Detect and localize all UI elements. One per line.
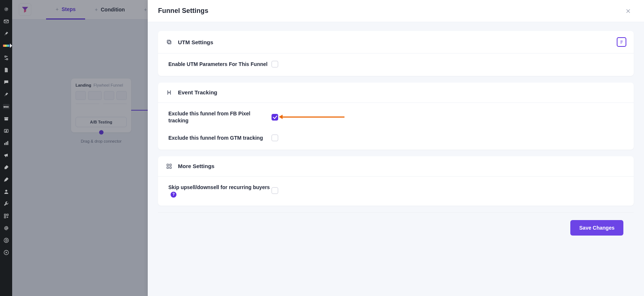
grid-add-icon[interactable] [3, 213, 10, 219]
svg-rect-7 [7, 141, 8, 145]
skip-upsell-checkbox[interactable] [272, 187, 278, 194]
help-icon[interactable]: ? [171, 192, 176, 198]
section-more-settings: More Settings Skip upsell/downsell for r… [158, 156, 634, 206]
woo-icon[interactable]: woo [3, 103, 10, 110]
exclude-fb-checkbox[interactable] [272, 114, 278, 121]
row-exclude-fb-pixel: Exclude this funnel from FB Pixel tracki… [158, 105, 634, 129]
row-skip-upsell: Skip upsell/downsell for recurring buyer… [158, 179, 634, 203]
play-icon[interactable] [3, 249, 10, 256]
comments-icon[interactable] [3, 79, 10, 86]
mail-icon[interactable] [3, 18, 10, 25]
archive-icon[interactable] [3, 115, 10, 122]
funnels-icon[interactable] [3, 42, 10, 49]
svg-rect-5 [4, 143, 5, 145]
close-button[interactable] [623, 6, 634, 17]
funnel-settings-panel: Funnel Settings UTM Settings Enable UTM … [148, 0, 644, 296]
at-icon[interactable] [3, 225, 10, 231]
user-icon[interactable] [3, 188, 10, 195]
pin2-icon[interactable] [3, 91, 10, 98]
section-title: UTM Settings [178, 39, 213, 45]
separator [158, 212, 634, 213]
svg-rect-3 [4, 118, 8, 120]
svg-rect-19 [167, 167, 169, 168]
svg-point-13 [4, 238, 8, 243]
copy-icon [165, 38, 173, 46]
analytics-icon[interactable] [3, 140, 10, 146]
pin-icon[interactable] [3, 30, 10, 37]
payment-icon[interactable] [3, 128, 10, 134]
pages-icon[interactable] [3, 67, 10, 73]
section-event-tracking: Event Tracking Exclude this funnel from … [158, 83, 634, 150]
save-button[interactable]: Save Changes [570, 220, 623, 236]
exclude-gtm-label: Exclude this funnel from GTM tracking [168, 135, 272, 142]
references-icon[interactable] [3, 55, 10, 61]
section-title: More Settings [178, 163, 214, 169]
dashboard-icon[interactable] [3, 6, 10, 13]
section-title: Event Tracking [178, 89, 217, 95]
compare-icon [165, 89, 173, 96]
svg-rect-9 [4, 214, 6, 216]
exclude-fb-label: Exclude this funnel from FB Pixel tracki… [168, 110, 272, 124]
admin-sidebar: woo [0, 0, 12, 296]
d-icon[interactable] [3, 237, 10, 244]
skip-upsell-label: Skip upsell/downsell for recurring buyer… [168, 184, 272, 198]
list-icon [619, 39, 624, 45]
pen-icon[interactable] [3, 176, 10, 183]
panel-title: Funnel Settings [158, 7, 209, 15]
grid-icon [165, 163, 173, 170]
svg-rect-18 [170, 164, 172, 166]
svg-rect-11 [4, 216, 6, 218]
svg-rect-2 [4, 117, 8, 118]
exclude-gtm-checkbox[interactable] [272, 135, 278, 141]
svg-rect-6 [6, 142, 7, 145]
utm-details-button[interactable] [617, 37, 626, 47]
svg-rect-20 [170, 167, 172, 168]
row-exclude-gtm: Exclude this funnel from GTM tracking [158, 129, 634, 147]
close-icon [625, 8, 631, 14]
enable-utm-label: Enable UTM Parameters For This Funnel [168, 61, 272, 68]
megaphone-icon[interactable] [3, 152, 10, 159]
svg-rect-15 [168, 41, 171, 44]
section-utm: UTM Settings Enable UTM Parameters For T… [158, 31, 634, 76]
panel-footer: Save Changes [158, 220, 634, 246]
annotation-arrow [282, 116, 344, 118]
row-enable-utm: Enable UTM Parameters For This Funnel [158, 56, 634, 73]
svg-rect-10 [7, 214, 8, 216]
tools-icon[interactable] [3, 201, 10, 207]
enable-utm-checkbox[interactable] [272, 61, 278, 67]
svg-rect-17 [167, 164, 169, 166]
svg-point-8 [5, 190, 7, 192]
brush-icon[interactable] [3, 164, 10, 171]
panel-header: Funnel Settings [148, 0, 644, 22]
svg-rect-16 [167, 40, 170, 43]
